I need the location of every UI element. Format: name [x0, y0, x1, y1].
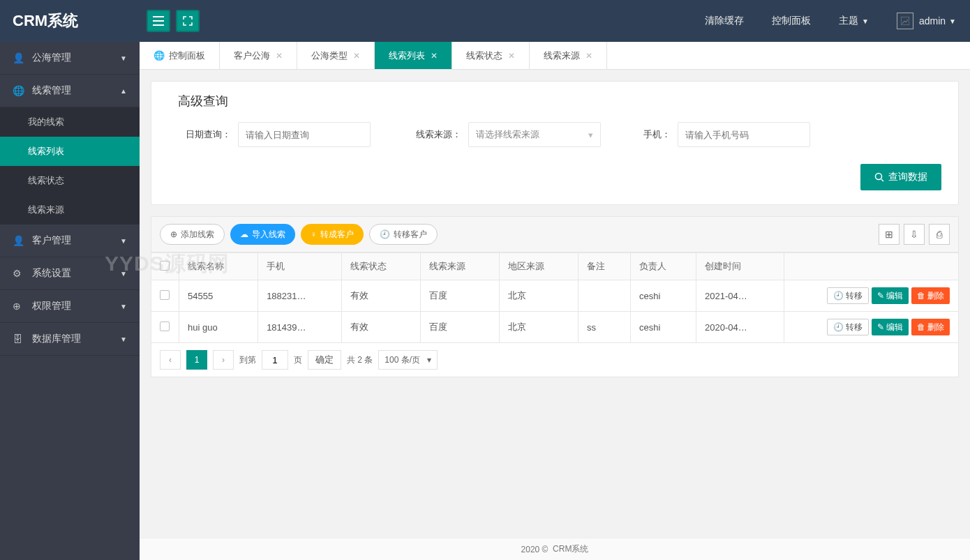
tab-lead-status[interactable]: 线索状态 ✕: [452, 42, 530, 69]
cell-owner: ceshi: [631, 312, 696, 343]
row-edit-button[interactable]: ✎编辑: [872, 287, 909, 304]
th-region: 地区来源: [499, 253, 578, 280]
chevron-down-icon: ▼: [120, 335, 127, 343]
total-count-label: 共 2 条: [347, 354, 373, 366]
row-delete-button[interactable]: 🗑删除: [911, 287, 950, 304]
row-edit-button[interactable]: ✎编辑: [872, 319, 909, 335]
cell-created: 2021-04…: [696, 280, 784, 312]
export-icon: ⇩: [910, 229, 918, 240]
next-page-button[interactable]: ›: [213, 350, 234, 370]
sub-item-lead-status[interactable]: 线索状态: [0, 166, 140, 195]
search-button[interactable]: 查询数据: [860, 164, 941, 190]
row-checkbox[interactable]: [160, 290, 170, 300]
close-icon[interactable]: ✕: [276, 51, 283, 61]
sub-item-lead-list[interactable]: 线索列表: [0, 137, 140, 166]
sidebar-item-database-mgmt[interactable]: 🗄 数据库管理 ▼: [0, 323, 140, 356]
user-icon: 👤: [13, 235, 25, 246]
goto-confirm-button[interactable]: 确定: [308, 350, 341, 370]
sub-item-my-leads[interactable]: 我的线索: [0, 107, 140, 137]
sidebar-item-label: 系统设置: [32, 267, 71, 280]
close-icon[interactable]: ✕: [431, 51, 438, 61]
gear-icon: ⚙: [13, 268, 25, 279]
menu-icon: [153, 16, 164, 26]
search-icon: [874, 172, 884, 182]
table-header-row: 线索名称 手机 线索状态 线索来源 地区来源 备注 负责人 创建时间: [151, 253, 959, 280]
sidebar: 👤 公海管理 ▼ 🌐 线索管理 ▲ 我的线索 线索列表 线索状态 线索来源 👤 …: [0, 42, 140, 388]
globe-icon: 🌐: [13, 85, 25, 96]
close-icon[interactable]: ✕: [353, 51, 360, 61]
close-icon[interactable]: ✕: [508, 51, 515, 61]
sidebar-item-public-sea[interactable]: 👤 公海管理 ▼: [0, 42, 140, 75]
sidebar-item-lead-mgmt[interactable]: 🌐 线索管理 ▲: [0, 75, 140, 107]
import-lead-label: 导入线索: [252, 229, 285, 241]
select-all-checkbox[interactable]: [160, 261, 170, 271]
page-unit-label: 页: [294, 354, 302, 366]
topbar-left: [140, 10, 200, 32]
tab-customer-sea[interactable]: 客户公海 ✕: [220, 42, 297, 69]
page-input[interactable]: [262, 350, 288, 370]
user-icon: 👤: [13, 52, 25, 63]
theme-dropdown[interactable]: 主题 ▼: [825, 0, 883, 42]
tab-lead-source[interactable]: 线索来源 ✕: [530, 42, 607, 69]
table-row: 54555188231…有效百度北京ceshi2021-04…🕘转移✎编辑🗑删除: [151, 280, 959, 312]
table-toolbar: ⊕ 添加线索 ☁ 导入线索 ♀ 转成客户 🕘 转移客户 ⊞ ⇩ ⎙: [151, 216, 959, 252]
pagination: ‹ 1 › 到第 页 确定 共 2 条 100 条/页 ▾: [151, 343, 959, 377]
clear-cache-link[interactable]: 清除缓存: [691, 0, 758, 42]
row-delete-button[interactable]: 🗑删除: [911, 319, 950, 335]
prev-page-button[interactable]: ‹: [160, 350, 181, 370]
edit-icon: ✎: [877, 322, 884, 332]
chevron-down-icon: ▼: [120, 270, 127, 278]
phone-query-group: 手机：: [629, 122, 810, 147]
trash-icon: 🗑: [917, 322, 925, 332]
sub-item-lead-source[interactable]: 线索来源: [0, 195, 140, 225]
tab-label: 线索列表: [389, 50, 425, 62]
date-query-group: 日期查询：: [168, 122, 371, 147]
phone-query-input[interactable]: [678, 122, 810, 147]
chevron-left-icon: ‹: [169, 355, 172, 365]
sidebar-item-permission-mgmt[interactable]: ⊕ 权限管理 ▼: [0, 290, 140, 323]
source-select[interactable]: 请选择线索来源 ▾: [468, 122, 601, 147]
row-transfer-button[interactable]: 🕘转移: [827, 287, 869, 304]
toolbar-right: ⊞ ⇩ ⎙: [879, 224, 950, 245]
topbar: CRM系统 清除缓存 控制面板 主题 ▼ admin ▼: [0, 0, 970, 42]
row-checkbox[interactable]: [160, 321, 170, 331]
select-placeholder: 请选择线索来源: [476, 128, 539, 141]
th-actions: [784, 253, 959, 280]
convert-customer-button[interactable]: ♀ 转成客户: [301, 224, 364, 245]
source-query-group: 线索来源： 请选择线索来源 ▾: [398, 122, 601, 147]
cell-phone: 181439…: [258, 312, 342, 343]
dashboard-link[interactable]: 控制面板: [758, 0, 825, 42]
chevron-up-icon: ▲: [120, 87, 127, 95]
cell-source: 百度: [420, 312, 499, 343]
close-icon[interactable]: ✕: [585, 51, 592, 61]
plus-icon: ⊕: [170, 229, 177, 239]
transfer-customer-button[interactable]: 🕘 转移客户: [369, 224, 438, 245]
print-button[interactable]: ⎙: [929, 224, 950, 245]
sidebar-item-system-settings[interactable]: ⚙ 系统设置 ▼: [0, 257, 140, 290]
import-lead-button[interactable]: ☁ 导入线索: [230, 224, 295, 245]
user-dropdown[interactable]: admin ▼: [883, 0, 970, 42]
caret-down-icon: ▼: [862, 17, 869, 25]
tab-dashboard[interactable]: 🌐 控制面板: [140, 42, 220, 69]
row-transfer-button[interactable]: 🕘转移: [827, 319, 869, 335]
cell-created: 2020-04…: [696, 312, 784, 343]
tab-sea-type[interactable]: 公海类型 ✕: [297, 42, 375, 69]
tab-label: 线索来源: [544, 50, 580, 62]
date-query-input[interactable]: [238, 122, 371, 147]
columns-button[interactable]: ⊞: [879, 224, 900, 245]
sidebar-item-customer-mgmt[interactable]: 👤 客户管理 ▼: [0, 225, 140, 257]
page-size-select[interactable]: 100 条/页 ▾: [378, 350, 438, 370]
tab-lead-list[interactable]: 线索列表 ✕: [375, 42, 452, 69]
query-form-row: 日期查询： 线索来源： 请选择线索来源 ▾ 手机：: [168, 122, 941, 147]
sidebar-toggle-button[interactable]: [147, 10, 170, 32]
export-button[interactable]: ⇩: [904, 224, 925, 245]
fullscreen-button[interactable]: [176, 10, 200, 32]
clock-icon: 🕘: [833, 322, 844, 332]
add-lead-button[interactable]: ⊕ 添加线索: [160, 224, 225, 245]
avatar: [897, 13, 913, 29]
th-name: 线索名称: [179, 253, 258, 280]
chevron-down-icon: ▾: [588, 130, 593, 140]
page-1-button[interactable]: 1: [186, 350, 207, 370]
fullscreen-icon: [183, 16, 193, 26]
th-source: 线索来源: [420, 253, 499, 280]
